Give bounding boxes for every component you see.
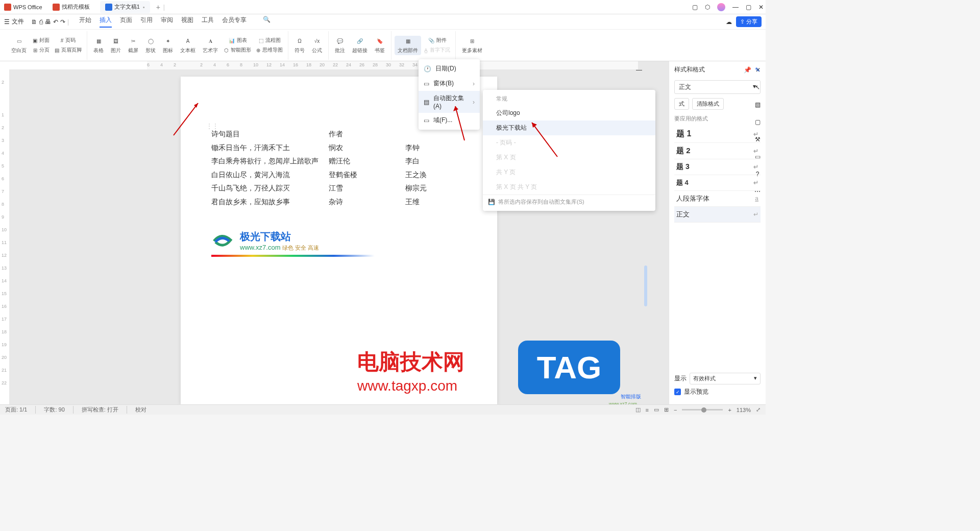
tab-close-icon[interactable]: • — [143, 4, 145, 10]
close-button[interactable]: ✕ — [758, 4, 764, 11]
tab-member[interactable]: 会员专享 — [222, 16, 247, 28]
symbol-button[interactable]: Ω符号 — [291, 36, 308, 55]
style-default-font[interactable]: 人段落字体a — [674, 191, 761, 207]
file-menu[interactable]: 文件 — [12, 17, 24, 26]
submenu-footer[interactable]: 💾 将所选内容保存到自动图文集库(S) — [483, 195, 655, 209]
redo-icon[interactable]: ↷ — [60, 18, 65, 26]
zoom-slider[interactable] — [682, 409, 723, 411]
pen-icon[interactable]: ✎ — [755, 66, 760, 74]
hamburger-icon[interactable]: ☰ — [4, 18, 10, 26]
style-heading2[interactable]: 题 2↵ — [674, 143, 761, 159]
drag-handle-icon[interactable]: ⋮⋮ — [206, 123, 218, 130]
autotext-icon: ▤ — [424, 99, 429, 106]
more-material-button[interactable]: ⊞更多素材 — [459, 36, 485, 55]
zoom-value[interactable]: 113% — [737, 407, 751, 413]
zoom-out-button[interactable]: − — [674, 407, 677, 413]
submenu-company-logo[interactable]: 公司logo — [483, 106, 655, 120]
cursor-icon[interactable]: ↖ — [755, 84, 760, 91]
maximize-button[interactable]: ▢ — [746, 4, 751, 11]
status-spellcheck[interactable]: 拼写检查: 打开 — [73, 406, 118, 414]
chart-button[interactable]: 📊图表 — [222, 36, 253, 45]
search-icon[interactable]: 🔍 — [263, 16, 271, 28]
zoom-in-button[interactable]: + — [728, 407, 731, 413]
more-icon[interactable]: ⋯ — [754, 188, 761, 195]
bookmark-button[interactable]: 🔖书签 — [372, 36, 388, 55]
hyperlink-button[interactable]: 🔗超链接 — [349, 36, 371, 55]
print-icon[interactable]: ⎙ — [39, 18, 43, 26]
page-num-button[interactable]: # 页码 — [53, 36, 84, 45]
new-tab-button[interactable]: + — [156, 3, 160, 11]
style-heading3[interactable]: 题 3↵ — [674, 159, 761, 175]
shape-button[interactable]: ◯形状 — [142, 36, 159, 55]
save-icon[interactable]: 🗎 — [31, 18, 37, 26]
equation-button[interactable]: √x公式 — [309, 36, 325, 55]
pin-icon[interactable]: 📌 — [744, 66, 751, 74]
current-style-dropdown[interactable]: 正文 ▾ — [674, 80, 761, 94]
tab-document[interactable]: 文字文稿1 • — [100, 1, 150, 13]
smartart-button[interactable]: ⬡智能图形 — [222, 45, 253, 55]
screenshot-button[interactable]: ✂截屏 — [125, 36, 141, 55]
status-wordcount[interactable]: 字数: 90 — [35, 406, 64, 414]
comment-button[interactable]: 💬批注 — [332, 36, 348, 55]
style-heading1[interactable]: 题 1↵ — [674, 126, 761, 143]
tab-view[interactable]: 视图 — [181, 16, 193, 28]
picture-button[interactable]: 🖼图片 — [108, 36, 124, 55]
dropdown-window[interactable]: ▭ 窗体(B) › — [419, 76, 480, 91]
wordart-button[interactable]: 𝐀艺术字 — [200, 36, 221, 55]
style-heading4[interactable]: 题 4↵ — [674, 175, 761, 191]
submenu-jiguang[interactable]: 极光下载站 — [483, 120, 655, 135]
print-preview-icon[interactable]: 🖶 — [45, 18, 51, 26]
attachment-button[interactable]: 📎附件 — [422, 36, 452, 45]
cover-icon: ▣ — [33, 38, 37, 43]
blank-page-button[interactable]: ▭ 空白页 — [8, 36, 30, 55]
view-mode-4-icon[interactable]: ⊞ — [664, 406, 669, 413]
smart-layout-label[interactable]: 智能排版 — [621, 393, 641, 400]
dropcap-button: A̲首字下沉 — [422, 45, 452, 55]
view-mode-1-icon[interactable]: ◫ — [635, 406, 641, 413]
flowchart-button[interactable]: ⬚流程图 — [254, 36, 285, 45]
ribbon-icon-button[interactable]: ✦图标 — [160, 36, 176, 55]
minimize-button[interactable]: — — [732, 4, 739, 11]
tab-tools[interactable]: 工具 — [202, 16, 214, 28]
tab-reference[interactable]: 引用 — [140, 16, 153, 28]
header-footer-button[interactable]: ▤ 页眉页脚 — [53, 45, 84, 55]
style-body[interactable]: 正文↵ — [674, 207, 761, 223]
avatar-icon[interactable] — [717, 3, 725, 11]
share-button[interactable]: ⇪ 分享 — [736, 16, 762, 27]
undo-icon[interactable]: ↶ — [53, 18, 58, 26]
clear-format-button[interactable]: 清除格式 — [692, 98, 724, 110]
cloud-icon[interactable]: ☁ — [726, 18, 732, 26]
preview-label: 显示预览 — [684, 388, 708, 396]
textbox-button[interactable]: A文本框 — [177, 36, 199, 55]
view-mode-2-icon[interactable]: ≡ — [646, 407, 649, 413]
panel-icon[interactable]: ▢ — [692, 4, 698, 11]
tab-review[interactable]: 审阅 — [161, 16, 173, 28]
cover-button[interactable]: ▣ 封面 — [31, 36, 52, 45]
mindmap-button[interactable]: ⊕思维导图 — [254, 45, 285, 55]
status-page[interactable]: 页面: 1/1 — [5, 406, 27, 414]
book-icon[interactable]: ▭ — [755, 153, 761, 160]
tab-page[interactable]: 页面 — [120, 16, 132, 28]
display-dropdown[interactable]: 有效样式 ▾ — [690, 373, 761, 384]
status-proofing[interactable]: 校对 — [127, 406, 146, 414]
fit-icon[interactable]: ⤢ — [756, 406, 761, 413]
chevron-right-icon: › — [473, 80, 475, 87]
help-icon[interactable]: ? — [756, 171, 760, 178]
table-row: 白日依山尽，黄河入海流 登鹤雀楼 王之涣 — [211, 168, 467, 182]
dropdown-date[interactable]: 🕐 日期(D) — [419, 61, 480, 76]
cube-icon[interactable]: ⬡ — [705, 4, 710, 11]
zoom-knob[interactable] — [701, 407, 706, 413]
tab-start[interactable]: 开始 — [79, 16, 91, 28]
page-break-button[interactable]: ⊞ 分页 — [31, 45, 52, 55]
view-mode-3-icon[interactable]: ▭ — [654, 406, 659, 413]
layers-icon[interactable]: ▧ — [755, 101, 761, 108]
preview-checkbox[interactable]: ✓ — [674, 389, 681, 395]
new-style-button[interactable]: 式 — [674, 98, 689, 110]
table-button[interactable]: ▦表格 — [90, 36, 107, 55]
doc-parts-button[interactable]: ▦文档部件 — [395, 36, 421, 55]
page-icon[interactable]: ▢ — [755, 118, 761, 126]
tab-templates[interactable]: 找稻壳模板 — [47, 1, 95, 13]
tab-insert[interactable]: 插入 — [100, 16, 112, 28]
tools-icon[interactable]: ⚒ — [755, 136, 761, 143]
scrollbar-thumb[interactable] — [644, 266, 647, 306]
